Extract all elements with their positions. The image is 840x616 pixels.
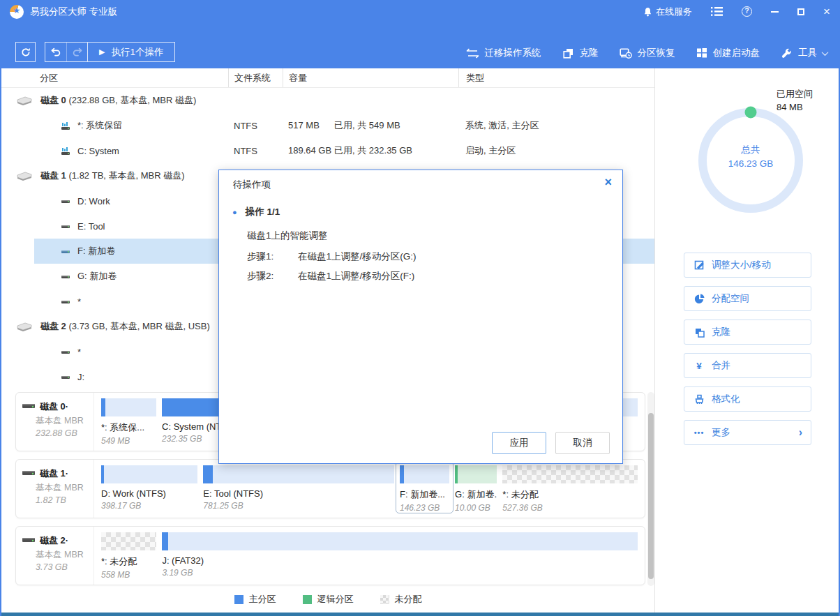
format-button[interactable]: 格式化 bbox=[684, 386, 811, 412]
hdd-icon bbox=[22, 402, 36, 410]
partition-name: D: Work bbox=[77, 196, 110, 206]
step-text: 在磁盘1上调整/移动分区(F:) bbox=[298, 270, 414, 283]
operation-step1: 步骤1: 在磁盘1上调整/移动分区(G:) bbox=[247, 250, 417, 263]
hdd-icon bbox=[22, 469, 36, 477]
dialog-close-icon[interactable]: × bbox=[604, 175, 612, 190]
migrate-os-button[interactable]: 迁移操作系统 bbox=[466, 47, 541, 59]
tools-label: 工具 bbox=[798, 47, 817, 59]
partition-size: 3.19 GB bbox=[162, 568, 638, 578]
minimize-button[interactable] bbox=[771, 11, 779, 13]
partition-name: *: 系统保留 bbox=[77, 119, 122, 132]
scrollbar[interactable] bbox=[647, 392, 654, 586]
disk-info: (3.73 GB, 基本盘, MBR 磁盘, USB) bbox=[68, 321, 209, 331]
partition-block-g[interactable]: G: 新加卷... 10.00 GB bbox=[455, 465, 497, 512]
header-capacity: 容量 bbox=[283, 68, 458, 87]
more-icon: ••• bbox=[693, 428, 705, 437]
online-service-button[interactable]: 在线服务 bbox=[643, 6, 692, 18]
disk1-panel: 磁盘 1· 基本盘 MBR 1.82 TB D: Work (NTFS) 398… bbox=[15, 459, 645, 518]
header-partition: 分区 bbox=[1, 68, 228, 87]
disk-icon bbox=[15, 322, 33, 332]
total-label: 总共 bbox=[691, 143, 810, 157]
disk-icon bbox=[15, 96, 33, 106]
redo-button[interactable] bbox=[66, 43, 87, 61]
toolbar: ▶ 执行1个操作 迁移操作系统 克隆 分区恢复 创建启动盘 bbox=[1, 23, 839, 68]
merge-button[interactable]: ¥ 合并 bbox=[684, 353, 811, 378]
more-button[interactable]: ••• 更多 › bbox=[684, 420, 811, 445]
legend-label: 逻辑分区 bbox=[317, 593, 354, 606]
partition-icon bbox=[61, 147, 70, 156]
maximize-button[interactable] bbox=[797, 8, 804, 15]
partition-name: F: 新加卷 bbox=[77, 245, 115, 257]
partition-recovery-label: 分区恢复 bbox=[638, 47, 675, 59]
partition-block-e[interactable]: E: Tool (NTFS) 781.25 GB bbox=[203, 465, 394, 512]
undo-icon bbox=[50, 47, 61, 57]
action-label: 格式化 bbox=[712, 393, 740, 405]
help-icon: ? bbox=[742, 6, 752, 17]
partition-icon bbox=[61, 222, 70, 231]
partition-block-unallocated1[interactable]: *: 未分配 527.36 GB bbox=[502, 465, 638, 512]
action-label: 调整大小/移动 bbox=[712, 259, 771, 271]
diskmap-disk-size: 3.73 GB bbox=[36, 562, 93, 572]
list-icon bbox=[711, 7, 723, 16]
clone-action-button[interactable]: 克隆 bbox=[684, 320, 811, 345]
partition-name: G: 新加卷 bbox=[77, 270, 117, 283]
table-row-disk0[interactable]: 磁盘 0 (232.88 GB, 基本盘, MBR 磁盘) bbox=[1, 88, 654, 113]
migrate-os-icon bbox=[466, 48, 479, 59]
legend-logical: 逻辑分区 bbox=[303, 593, 354, 606]
diskmap-disk-size: 232.88 GB bbox=[36, 428, 93, 438]
capacity-total: 已用, 共 232.35 GB bbox=[334, 145, 412, 156]
capacity-used: 517 MB bbox=[288, 120, 334, 130]
clone-icon bbox=[693, 327, 705, 338]
partition-block-f-selected[interactable]: F: 新加卷... 146.23 GB bbox=[400, 465, 449, 512]
tools-menu-button[interactable]: 工具 bbox=[781, 47, 827, 59]
scrollbar-thumb[interactable] bbox=[648, 413, 654, 579]
step-label: 步骤2: bbox=[247, 270, 298, 283]
table-row-c-system[interactable]: C: System NTFS 189.64 GB已用, 共 232.35 GB … bbox=[1, 138, 654, 163]
create-boot-disk-label: 创建启动盘 bbox=[713, 47, 760, 59]
resize-move-button[interactable]: 调整大小/移动 bbox=[684, 253, 811, 278]
play-icon: ▶ bbox=[99, 47, 105, 57]
action-buttons: 调整大小/移动 分配空间 克隆 ¥ 合并 格式化 bbox=[684, 253, 811, 445]
diskmap-disk-meta: 基本盘 MBR bbox=[36, 415, 93, 427]
undo-button[interactable] bbox=[45, 43, 66, 61]
partition-recovery-button[interactable]: 分区恢复 bbox=[620, 47, 675, 59]
partition-size: 527.36 GB bbox=[502, 503, 638, 513]
partition-label: E: Tool (NTFS) bbox=[203, 488, 394, 499]
table-row-sysreserved[interactable]: *: 系统保留 NTFS 517 MB已用, 共 549 MB 系统, 激活, … bbox=[1, 113, 654, 138]
help-button[interactable]: ? bbox=[742, 6, 752, 17]
legend-unallocated: 未分配 bbox=[380, 593, 422, 606]
capacity-total: 已用, 共 549 MB bbox=[334, 120, 400, 130]
partition-name: * bbox=[77, 347, 81, 357]
wrench-icon bbox=[781, 47, 793, 59]
refresh-button[interactable] bbox=[15, 42, 36, 62]
partition-block-sysreserved[interactable]: *: 系统保... 549 MB bbox=[101, 398, 156, 445]
disk1-info: 磁盘 1· 基本盘 MBR 1.82 TB bbox=[16, 460, 94, 518]
partition-block-unallocated2[interactable]: *: 未分配 558 MB bbox=[101, 532, 156, 579]
legend-label: 未分配 bbox=[395, 593, 422, 606]
disk-icon bbox=[15, 171, 33, 181]
clone-button[interactable]: 克隆 bbox=[562, 47, 599, 59]
diskmap-disk-size: 1.82 TB bbox=[36, 495, 93, 505]
close-button[interactable]: × bbox=[823, 6, 830, 17]
partition-icon bbox=[61, 197, 70, 206]
step-text: 在磁盘1上调整/移动分区(G:) bbox=[298, 250, 417, 263]
execute-label: 执行1个操作 bbox=[111, 46, 163, 59]
partition-block-j[interactable]: J: (FAT32) 3.19 GB bbox=[162, 532, 638, 579]
partition-name: J: bbox=[77, 372, 84, 382]
allocate-space-button[interactable]: 分配空间 bbox=[684, 286, 811, 311]
unallocated-swatch bbox=[380, 595, 389, 604]
partition-icon bbox=[61, 347, 70, 356]
operations-list-button[interactable] bbox=[711, 7, 723, 16]
partition-label: *: 系统保... bbox=[101, 421, 156, 434]
format-icon bbox=[693, 394, 705, 405]
partition-block-d[interactable]: D: Work (NTFS) 398.17 GB bbox=[101, 465, 197, 512]
operation-counter: 操作 1/1 bbox=[246, 206, 280, 218]
online-service-label: 在线服务 bbox=[656, 6, 692, 18]
create-boot-disk-button[interactable]: 创建启动盘 bbox=[696, 47, 760, 59]
apply-button[interactable]: 应用 bbox=[492, 432, 546, 454]
partition-icon bbox=[61, 297, 70, 306]
execute-operations-button[interactable]: ▶ 执行1个操作 bbox=[87, 43, 174, 61]
cancel-button[interactable]: 取消 bbox=[555, 432, 610, 454]
diskmap-disk-meta: 基本盘 MBR bbox=[36, 549, 93, 561]
diskmap-disk-name: 磁盘 1· bbox=[40, 467, 93, 480]
